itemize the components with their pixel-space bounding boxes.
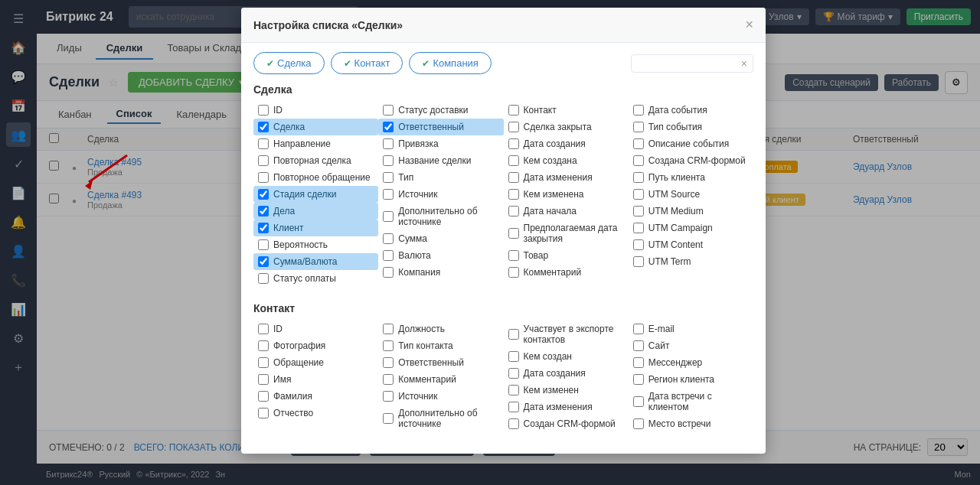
field-binding-checkbox[interactable] [383, 138, 394, 149]
field-company-checkbox[interactable] [383, 267, 394, 278]
contact-field-meeting-place-checkbox[interactable] [633, 418, 644, 429]
field-id-checkbox[interactable] [258, 105, 269, 116]
contact-field-position-checkbox[interactable] [383, 324, 394, 334]
modal-tabs: ✔ Сделка ✔ Контакт ✔ Компания × [241, 43, 766, 74]
field-stage: Стадия сделки [253, 186, 378, 203]
field-utm-source-checkbox[interactable] [633, 189, 644, 200]
contact-field-modified-date-checkbox[interactable] [508, 402, 519, 412]
field-repeat-deal-checkbox[interactable] [258, 155, 269, 166]
contact-field-meeting-date-checkbox[interactable] [633, 396, 644, 407]
field-deal-checkbox[interactable] [258, 122, 269, 132]
field-sum-currency-checkbox[interactable] [258, 256, 269, 267]
field-deal-closed-checkbox[interactable] [508, 122, 519, 132]
field-product: Товар [504, 247, 629, 264]
field-event-date: Дата события [629, 102, 753, 119]
field-utm-content-checkbox[interactable] [633, 239, 644, 250]
contact-field-photo-checkbox[interactable] [258, 340, 269, 351]
field-currency-checkbox[interactable] [383, 250, 394, 261]
contact-field-modified-date: Дата изменения [504, 399, 629, 415]
contact-field-comment-checkbox[interactable] [383, 374, 394, 385]
contact-field-created-by-checkbox[interactable] [508, 351, 519, 362]
field-currency: Валюта [378, 247, 503, 264]
contact-field-messenger-checkbox[interactable] [633, 357, 644, 368]
field-utm-medium: UTM Medium [629, 203, 753, 220]
contact-field-surname-checkbox[interactable] [258, 391, 269, 402]
field-probability-label: Вероятность [273, 239, 328, 250]
contact-field-source-extra-checkbox[interactable] [383, 413, 394, 424]
deal-fields-grid: ID Сделка Направление Повторная сделка [253, 102, 753, 287]
field-modified-by-label: Кем изменена [524, 189, 584, 200]
contact-field-messenger: Мессенджер [629, 354, 753, 371]
modal-title: Настройка списка «Сделки» [253, 19, 403, 31]
field-created-by-checkbox[interactable] [508, 155, 519, 166]
field-tasks-label: Дела [273, 206, 295, 216]
field-direction-checkbox[interactable] [258, 138, 269, 149]
field-created-date: Дата создания [504, 135, 629, 152]
contact-field-id-checkbox[interactable] [258, 324, 269, 334]
field-delivery-status-checkbox[interactable] [383, 105, 394, 116]
field-deal-name-checkbox[interactable] [383, 155, 394, 166]
contact-col-4: E-mail Сайт Мессенджер Регион клиента [629, 321, 753, 432]
contact-field-name-checkbox[interactable] [258, 374, 269, 385]
contact-field-crm-form-checkbox[interactable] [508, 418, 519, 429]
field-utm-term-checkbox[interactable] [633, 256, 644, 267]
modal-close-button[interactable]: × [745, 17, 753, 33]
field-sum-checkbox[interactable] [383, 233, 394, 244]
contact-field-region-checkbox[interactable] [633, 374, 644, 385]
modal-search-input[interactable] [631, 54, 753, 73]
field-contact-checkbox[interactable] [508, 105, 519, 116]
field-product-checkbox[interactable] [508, 250, 519, 261]
field-modified-by-checkbox[interactable] [508, 189, 519, 200]
contact-field-site-checkbox[interactable] [633, 340, 644, 351]
field-repeat-contact-checkbox[interactable] [258, 172, 269, 183]
contact-field-responsible-checkbox[interactable] [383, 357, 394, 368]
field-close-date-checkbox[interactable] [508, 228, 519, 239]
field-created-date-checkbox[interactable] [508, 138, 519, 149]
contact-field-export: Участвует в экспорте контактов [504, 321, 629, 348]
field-comment-checkbox[interactable] [508, 267, 519, 278]
field-utm-medium-checkbox[interactable] [633, 206, 644, 216]
field-deal-closed: Сделка закрыта [504, 119, 629, 135]
field-direction: Направление [253, 135, 378, 152]
field-created-date-label: Дата создания [524, 138, 586, 149]
field-event-date-checkbox[interactable] [633, 105, 644, 116]
field-client-checkbox[interactable] [258, 223, 269, 233]
modal-tab-company[interactable]: ✔ Компания [409, 52, 492, 74]
field-utm-campaign: UTM Campaign [629, 220, 753, 236]
contact-field-created-date-checkbox[interactable] [508, 368, 519, 379]
contact-field-modified-by-checkbox[interactable] [508, 385, 519, 395]
contact-field-type-checkbox[interactable] [383, 340, 394, 351]
field-deal-closed-label: Сделка закрыта [524, 122, 592, 132]
section-title-deal: Сделка [253, 83, 753, 96]
contact-field-export-checkbox[interactable] [508, 329, 519, 340]
field-type-checkbox[interactable] [383, 172, 394, 183]
field-payment-status-checkbox[interactable] [258, 273, 269, 284]
field-event-desc-checkbox[interactable] [633, 138, 644, 149]
field-source-extra-checkbox[interactable] [383, 211, 394, 222]
modal-section-contact: Контакт ID Фотография Обращение [241, 293, 766, 438]
field-tasks-checkbox[interactable] [258, 206, 269, 216]
contact-field-source-checkbox[interactable] [383, 391, 394, 402]
contact-field-email-checkbox[interactable] [633, 324, 644, 334]
field-binding-label: Привязка [398, 138, 438, 149]
field-probability-checkbox[interactable] [258, 239, 269, 250]
contact-field-patronymic-checkbox[interactable] [258, 408, 269, 418]
contact-field-salutation-checkbox[interactable] [258, 357, 269, 368]
modal-tab-deal[interactable]: ✔ Сделка [253, 52, 325, 74]
modal-search-clear-icon[interactable]: × [741, 57, 747, 70]
field-repeat-contact-label: Повторное обращение [273, 172, 371, 183]
field-responsible-checkbox[interactable] [383, 122, 394, 132]
field-responsible: Ответственный [378, 119, 503, 135]
field-crm-form-checkbox[interactable] [633, 155, 644, 166]
field-modified-date-checkbox[interactable] [508, 172, 519, 183]
field-utm-campaign-checkbox[interactable] [633, 223, 644, 233]
field-source-checkbox[interactable] [383, 189, 394, 200]
field-currency-label: Валюта [398, 250, 430, 261]
field-customer-path-checkbox[interactable] [633, 172, 644, 183]
field-start-date-checkbox[interactable] [508, 206, 519, 216]
field-tasks: Дела [253, 203, 378, 220]
modal-tab-contact[interactable]: ✔ Контакт [331, 52, 403, 74]
field-event-type-checkbox[interactable] [633, 122, 644, 132]
field-stage-checkbox[interactable] [258, 189, 269, 200]
field-sum-currency-label: Сумма/Валюта [273, 256, 338, 267]
